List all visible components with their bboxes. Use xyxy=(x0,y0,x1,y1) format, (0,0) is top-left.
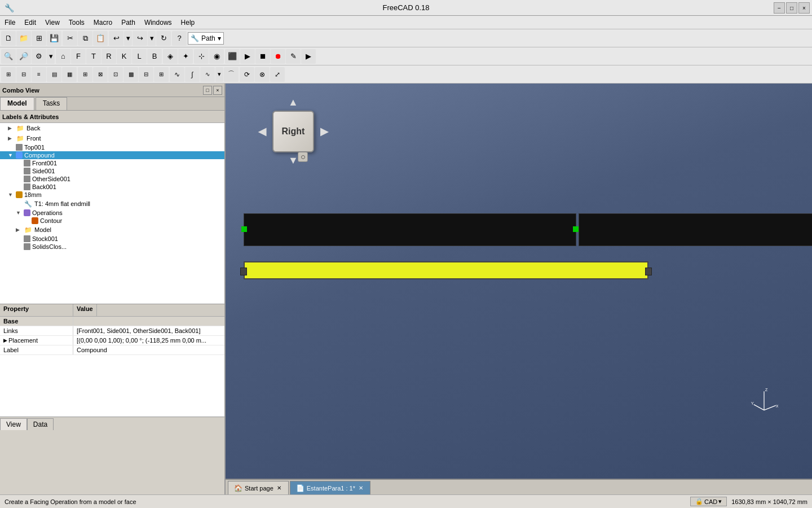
prop-row-placement[interactable]: ▶Placement [(0,00 0,00 1,00); 0,00 °; (-… xyxy=(0,336,224,345)
scene-inspector[interactable]: ◉ xyxy=(209,49,224,64)
bottom-view[interactable]: B xyxy=(147,49,162,64)
draw-style-btn[interactable]: ⚙ xyxy=(32,49,46,64)
minimize-button[interactable]: − xyxy=(774,2,785,14)
save-button[interactable]: 💾 xyxy=(47,31,61,46)
path-extra2[interactable]: ⊗ xyxy=(255,67,270,82)
stop-btn[interactable]: ⏹ xyxy=(255,49,270,64)
viewport[interactable]: ▲ ▼ ◀ ▶ Right ⬡ xyxy=(226,84,812,479)
menu-macro[interactable]: Macro xyxy=(89,17,117,28)
redo-dropdown[interactable]: ▾ xyxy=(148,31,156,46)
tree-item-otherside001[interactable]: OtherSide001 xyxy=(0,175,224,183)
right-view[interactable]: R xyxy=(102,49,116,64)
combo-restore-button[interactable]: □ xyxy=(203,86,212,95)
menu-edit[interactable]: Edit xyxy=(20,17,41,28)
nav-cube-small[interactable]: ⬡ xyxy=(298,152,308,162)
nav-arrow-left[interactable]: ◀ xyxy=(258,125,266,138)
tree-item-front001[interactable]: Front001 xyxy=(0,159,224,167)
path-sel1[interactable]: ⊞ xyxy=(1,67,16,82)
top-view[interactable]: T xyxy=(86,49,101,64)
path-btn4[interactable]: ▤ xyxy=(47,67,61,82)
green-btn1[interactable]: ⬛ xyxy=(225,49,240,64)
tree-item-operations[interactable]: ▼ Operations xyxy=(0,209,224,217)
stereo-btn[interactable]: ◈ xyxy=(163,49,178,64)
menu-file[interactable]: File xyxy=(0,17,20,28)
path-op1[interactable]: ⊞ xyxy=(78,67,92,82)
tree-item-solids[interactable]: SolidsClos... xyxy=(0,243,224,251)
prop-row-links[interactable]: Links [Front001, Side001, OtherSide001, … xyxy=(0,326,224,336)
menu-tools[interactable]: Tools xyxy=(64,17,89,28)
nav-arrow-right[interactable]: ▶ xyxy=(320,125,328,138)
paste-button[interactable]: 📋 xyxy=(93,31,108,46)
prop-row-label[interactable]: Label Compound xyxy=(0,345,224,355)
redo-button[interactable]: ↪ xyxy=(133,31,147,46)
home-view[interactable]: ⌂ xyxy=(56,49,70,64)
path-op6[interactable]: ⊞ xyxy=(154,67,169,82)
path-op4[interactable]: ▩ xyxy=(123,67,138,82)
tree-item-model[interactable]: ▶ 📁 Model xyxy=(0,225,224,235)
axes-btn[interactable]: ⊹ xyxy=(194,49,209,64)
left-view[interactable]: L xyxy=(132,49,147,64)
tab-model[interactable]: Model xyxy=(0,97,34,110)
tree-item-side001[interactable]: Side001 xyxy=(0,167,224,175)
nav-arrow-top[interactable]: ▲ xyxy=(288,97,298,108)
menu-windows[interactable]: Windows xyxy=(140,17,176,28)
tab-start-page[interactable]: 🏠 Start page ✕ xyxy=(228,481,289,494)
path-op2[interactable]: ⊠ xyxy=(93,67,108,82)
undo-button[interactable]: ↩ xyxy=(109,31,123,46)
tree-item-18mm[interactable]: ▼ 18mm xyxy=(0,191,224,199)
play-btn[interactable]: ▶ xyxy=(240,49,255,64)
tree-item-back001[interactable]: Back001 xyxy=(0,183,224,191)
path-extra1[interactable]: ⟳ xyxy=(240,67,254,82)
macro-play[interactable]: ▶ xyxy=(301,49,316,64)
path-curve1[interactable]: ∿ xyxy=(170,67,184,82)
draw-style-drop[interactable]: ▾ xyxy=(47,49,55,64)
tree-item-back[interactable]: ▶ 📁 Back xyxy=(0,123,224,133)
tree-content[interactable]: ▶ 📁 Back ▶ 📁 Front Top001 xyxy=(0,123,224,304)
close-button[interactable]: × xyxy=(798,2,810,14)
tree-item-contour[interactable]: Contour xyxy=(0,217,224,225)
nav-cube-face[interactable]: Right xyxy=(272,111,314,152)
tree-item-front[interactable]: ▶ 📁 Front xyxy=(0,133,224,143)
path-curve3-btn[interactable]: ∿ xyxy=(200,67,215,82)
open-file-button[interactable]: 📁 xyxy=(16,31,31,46)
cad-button[interactable]: 🔒 CAD ▾ xyxy=(690,497,727,506)
menu-path[interactable]: Path xyxy=(117,17,140,28)
tree-item-t1[interactable]: 🔧 T1: 4mm flat endmill xyxy=(0,199,224,209)
path-op5[interactable]: ⊟ xyxy=(139,67,153,82)
maximize-button[interactable]: □ xyxy=(786,2,797,14)
record-btn[interactable]: ⏺ xyxy=(271,49,285,64)
nav-arrow-bottom[interactable]: ▼ xyxy=(288,155,298,167)
workbench-selector[interactable]: 🔧 Path ▾ xyxy=(188,32,224,45)
path-btn5[interactable]: ▦ xyxy=(62,67,77,82)
nav-cube[interactable]: ▲ ▼ ◀ ▶ Right ⬡ xyxy=(254,92,333,171)
rear-view[interactable]: K xyxy=(117,49,131,64)
front-view[interactable]: F xyxy=(71,49,86,64)
tree-item-stock001[interactable]: Stock001 xyxy=(0,235,224,243)
tab-tasks[interactable]: Tasks xyxy=(36,97,68,110)
save-all-button[interactable]: ⊞ xyxy=(32,31,46,46)
path-curve3-drop[interactable]: ▾ xyxy=(215,67,223,82)
macro-record[interactable]: ✎ xyxy=(286,49,301,64)
view-fit-sel[interactable]: 🔎 xyxy=(16,49,31,64)
path-op3[interactable]: ⊡ xyxy=(108,67,123,82)
new-file-button[interactable]: 🗋 xyxy=(1,31,16,46)
cut-button[interactable]: ✂ xyxy=(63,31,77,46)
placement-expand-icon[interactable]: ▶ xyxy=(3,338,7,343)
tree-item-compound[interactable]: ▼ Compound xyxy=(0,151,224,159)
help-button[interactable]: ? xyxy=(172,31,187,46)
clip-plane[interactable]: ✦ xyxy=(178,49,193,64)
tree-item-top001[interactable]: Top001 xyxy=(0,143,224,151)
tab-data[interactable]: Data xyxy=(27,418,54,430)
menu-help[interactable]: Help xyxy=(176,17,200,28)
refresh-button[interactable]: ↻ xyxy=(156,31,171,46)
menu-view[interactable]: View xyxy=(41,17,64,28)
path-btn3[interactable]: ≡ xyxy=(32,67,46,82)
tab-view[interactable]: View xyxy=(0,418,27,430)
path-sel2[interactable]: ⊟ xyxy=(16,67,31,82)
tab-estante[interactable]: 📄 EstantePara1 : 1* ✕ xyxy=(290,481,370,494)
undo-dropdown[interactable]: ▾ xyxy=(124,31,132,46)
path-extra3[interactable]: ⤢ xyxy=(270,67,285,82)
combo-close-button[interactable]: × xyxy=(213,86,222,95)
path-curve4[interactable]: ⌒ xyxy=(224,67,239,82)
tab-estante-close[interactable]: ✕ xyxy=(358,485,364,491)
